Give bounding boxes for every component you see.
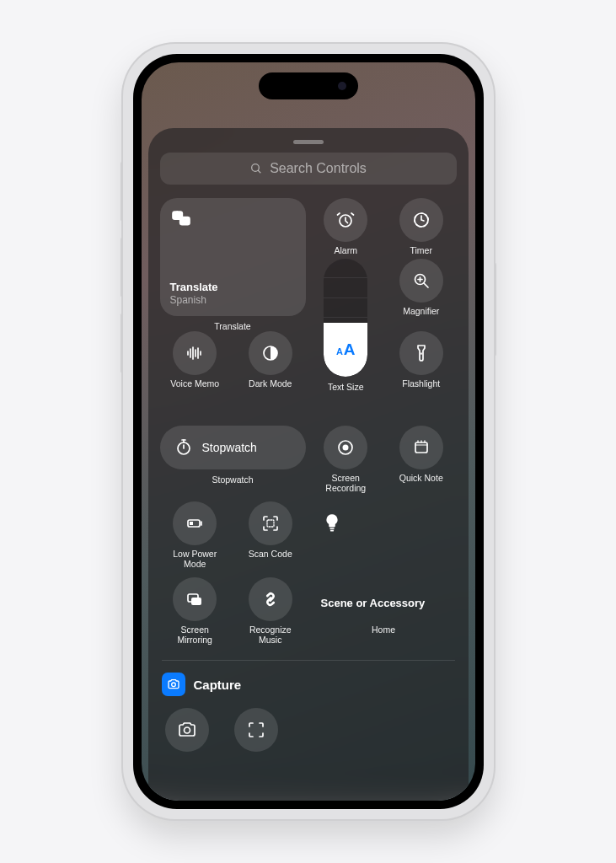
flashlight-button[interactable] (399, 331, 443, 375)
scan-code-button[interactable] (249, 501, 292, 545)
screen-mirroring-label: Screen Mirroring (160, 624, 231, 645)
search-input[interactable]: Search Controls (160, 153, 457, 185)
flashlight-icon (411, 343, 431, 363)
record-icon (335, 437, 356, 458)
text-size-label: Text Size (311, 382, 382, 402)
timer-button[interactable] (399, 198, 443, 242)
translate-title: Translate (170, 281, 296, 293)
recognize-music-label: Recognize Music (235, 624, 306, 645)
shazam-icon (260, 589, 281, 609)
svg-line-1 (258, 170, 260, 173)
stopwatch-icon (174, 437, 194, 458)
phone-bezel: Search Controls 文 A (133, 54, 484, 809)
flashlight-label: Flashlight (386, 378, 457, 399)
voice-memo-label: Voice Memo (160, 378, 231, 399)
svg-rect-30 (267, 520, 274, 527)
dynamic-island (259, 72, 358, 99)
lightbulb-icon (321, 512, 343, 533)
svg-line-9 (424, 283, 428, 287)
voice-memo-button[interactable] (173, 331, 217, 375)
alarm-button[interactable] (324, 198, 367, 242)
section-divider (162, 660, 455, 661)
stopwatch-label: Stopwatch (212, 474, 253, 495)
capture-section-title: Capture (194, 678, 242, 692)
svg-rect-28 (190, 522, 193, 525)
home-tile[interactable]: Scene or Accessory (311, 501, 457, 619)
camera-outline-icon (177, 720, 197, 740)
translate-subtitle: Spanish (170, 294, 296, 306)
svg-text:文: 文 (173, 212, 180, 219)
svg-point-35 (171, 683, 175, 687)
magnifier-icon (411, 271, 431, 291)
note-icon (411, 437, 431, 458)
svg-rect-26 (415, 442, 427, 453)
sheet-grabber[interactable] (293, 140, 324, 144)
text-size-icon: AA (336, 340, 356, 359)
screen-recording-label: Screen Recording (311, 473, 382, 493)
quick-note-button[interactable] (399, 426, 443, 469)
screen-mirroring-button[interactable] (173, 577, 217, 621)
svg-rect-32 (329, 530, 333, 532)
search-placeholder: Search Controls (270, 161, 367, 176)
svg-text:A: A (182, 217, 187, 225)
capture-camera-button[interactable] (165, 708, 209, 752)
capture-row (160, 708, 457, 752)
capture-section-header: Capture (160, 673, 457, 708)
camera-icon (167, 678, 180, 691)
home-label: Home (372, 624, 395, 645)
svg-rect-31 (329, 528, 334, 530)
quick-note-label: Quick Note (386, 473, 457, 493)
control-center-panel: Search Controls 文 A (148, 128, 469, 801)
viewfinder-icon (246, 720, 266, 740)
screen-recording-button[interactable] (324, 426, 367, 469)
home-tile-title: Scene or Accessory (321, 597, 447, 609)
text-size-slider[interactable]: AA (324, 259, 367, 377)
low-power-button[interactable] (173, 501, 217, 545)
phone-frame: Search Controls 文 A (123, 44, 494, 819)
magnifier-label: Magnifier (386, 306, 457, 326)
phone-screen: Search Controls 文 A (142, 62, 475, 801)
recognize-music-button[interactable] (249, 577, 292, 621)
low-power-label: Low Power Mode (160, 549, 231, 569)
waveform-icon (185, 343, 205, 363)
battery-icon (185, 513, 205, 533)
qr-icon (260, 513, 281, 533)
controls-grid: 文 A Translate Spanish Translate (160, 198, 457, 650)
capture-app-icon (162, 673, 185, 696)
text-size-indicator: AA (324, 323, 367, 377)
svg-point-0 (252, 164, 260, 172)
stopwatch-tile-label: Stopwatch (202, 441, 257, 454)
mirroring-icon (185, 589, 205, 609)
translate-icon: 文 A (170, 208, 192, 230)
search-icon (249, 162, 263, 175)
dark-mode-label: Dark Mode (235, 378, 306, 399)
scan-code-label: Scan Code (235, 549, 306, 569)
translate-tile[interactable]: 文 A Translate Spanish (160, 198, 306, 316)
timer-icon (411, 210, 431, 230)
dark-mode-icon (260, 343, 281, 363)
svg-point-36 (184, 727, 190, 733)
svg-point-25 (343, 445, 349, 451)
alarm-icon (335, 210, 356, 230)
dark-mode-button[interactable] (249, 331, 292, 375)
svg-rect-34 (191, 598, 201, 605)
capture-scan-button[interactable] (234, 708, 278, 752)
stopwatch-tile[interactable]: Stopwatch (160, 426, 306, 469)
magnifier-button[interactable] (399, 259, 443, 303)
